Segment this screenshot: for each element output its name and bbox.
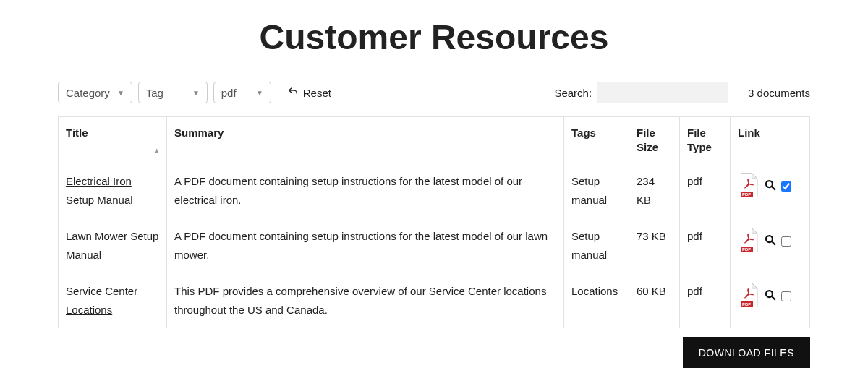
table-row: Electrical Iron Setup ManualA PDF docume… (59, 163, 810, 218)
row-summary: A PDF document containing setup instruct… (167, 163, 564, 218)
row-file-size: 60 KB (629, 273, 680, 328)
row-select-checkbox[interactable] (781, 181, 791, 192)
category-filter-label: Category (66, 87, 110, 99)
col-file-type[interactable]: File Type (680, 117, 731, 163)
page-title: Customer Resources (0, 17, 868, 57)
undo-icon (287, 86, 299, 100)
download-files-button[interactable]: DOWNLOAD FILES (683, 337, 810, 368)
svg-line-3 (772, 187, 775, 190)
row-tags: Setup manual (564, 163, 629, 218)
svg-line-11 (772, 296, 775, 300)
row-file-size: 73 KB (629, 218, 680, 273)
col-link: Link (731, 117, 810, 163)
search-icon[interactable] (764, 288, 777, 304)
table-row: Lawn Mower Setup ManualA PDF document co… (59, 218, 810, 273)
category-filter[interactable]: Category ▼ (58, 82, 132, 103)
search-wrap: Search: (554, 82, 728, 103)
resources-table: Title ▲ Summary Tags File Size File Type… (58, 116, 810, 328)
svg-text:PDF: PDF (742, 247, 751, 252)
pdf-icon[interactable]: PDF (738, 282, 760, 310)
svg-text:PDF: PDF (742, 192, 751, 197)
row-title-link[interactable]: Lawn Mower Setup Manual (66, 230, 158, 261)
doc-count: 3 documents (748, 87, 810, 99)
svg-point-2 (766, 181, 773, 187)
pdf-icon[interactable]: PDF (738, 172, 760, 200)
reset-label: Reset (303, 87, 331, 99)
tag-filter-label: Tag (146, 87, 163, 99)
chevron-down-icon: ▼ (192, 89, 200, 97)
chevron-down-icon: ▼ (117, 89, 124, 97)
row-summary: This PDF provides a comprehensive overvi… (167, 273, 564, 328)
col-title[interactable]: Title ▲ (59, 117, 167, 163)
svg-point-6 (766, 236, 773, 242)
row-select-checkbox[interactable] (781, 236, 791, 247)
search-icon[interactable] (764, 234, 777, 249)
row-tags: Locations (564, 273, 629, 328)
filter-bar: Category ▼ Tag ▼ pdf ▼ Reset Search: 3 d (58, 82, 810, 103)
filetype-filter[interactable]: pdf ▼ (213, 82, 271, 103)
tag-filter[interactable]: Tag ▼ (138, 82, 208, 103)
table-row: Service Center LocationsThis PDF provide… (59, 273, 810, 328)
row-select-checkbox[interactable] (781, 291, 791, 301)
pdf-icon[interactable]: PDF (738, 227, 760, 255)
search-icon[interactable] (764, 179, 777, 194)
row-file-type: pdf (680, 218, 731, 273)
row-link-cell: PDF (731, 273, 810, 328)
row-summary: A PDF document containing setup instruct… (167, 218, 564, 273)
col-file-size[interactable]: File Size (629, 117, 680, 163)
row-link-cell: PDF (731, 163, 810, 218)
chevron-down-icon: ▼ (256, 89, 263, 97)
filetype-filter-label: pdf (221, 87, 237, 99)
svg-point-10 (766, 291, 773, 297)
search-input[interactable] (597, 82, 728, 103)
search-label: Search: (554, 87, 592, 99)
row-file-size: 234 KB (629, 163, 680, 218)
row-title-link[interactable]: Electrical Iron Setup Manual (66, 175, 133, 206)
svg-line-7 (772, 241, 775, 245)
row-title-link[interactable]: Service Center Locations (66, 285, 137, 316)
sort-asc-icon: ▲ (153, 145, 161, 155)
row-file-type: pdf (680, 163, 731, 218)
col-tags[interactable]: Tags (564, 117, 629, 163)
row-file-type: pdf (680, 273, 731, 328)
svg-text:PDF: PDF (742, 302, 751, 307)
col-summary[interactable]: Summary (167, 117, 564, 163)
reset-button[interactable]: Reset (281, 83, 337, 103)
row-tags: Setup manual (564, 218, 629, 273)
row-link-cell: PDF (731, 218, 810, 273)
